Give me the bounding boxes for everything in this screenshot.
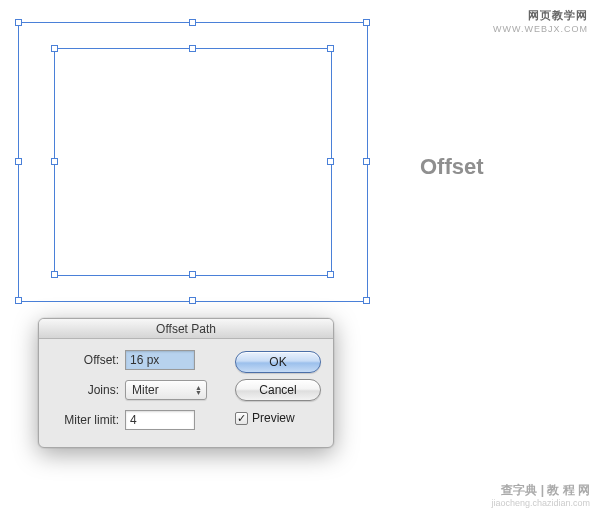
joins-select-value: Miter [132, 383, 159, 397]
inner-handle-sw[interactable] [51, 271, 58, 278]
offset-path-dialog: Offset Path Offset: Joins: Miter ▲▼ Mite… [38, 318, 334, 448]
handle-se[interactable] [363, 297, 370, 304]
dialog-fields: Offset: Joins: Miter ▲▼ Miter limit: [47, 349, 223, 439]
handle-n[interactable] [189, 19, 196, 26]
miter-field-label: Miter limit: [47, 413, 125, 427]
inner-handle-s[interactable] [189, 271, 196, 278]
offset-field-label: Offset: [47, 353, 125, 367]
watermark-br-title: 查字典 | 教 程 网 [491, 484, 590, 497]
inner-handle-se[interactable] [327, 271, 334, 278]
handle-s[interactable] [189, 297, 196, 304]
handle-ne[interactable] [363, 19, 370, 26]
inner-handle-w[interactable] [51, 158, 58, 165]
watermark-br-url: jiaocheng.chazidian.com [491, 497, 590, 510]
cancel-button[interactable]: Cancel [235, 379, 321, 401]
joins-select[interactable]: Miter ▲▼ [125, 380, 207, 400]
preview-checkbox[interactable]: ✓ [235, 412, 248, 425]
checkmark-icon: ✓ [237, 412, 246, 425]
row-miter: Miter limit: [47, 409, 223, 431]
inner-rect[interactable] [54, 48, 332, 276]
inner-handle-e[interactable] [327, 158, 334, 165]
preview-row: ✓ Preview [235, 411, 321, 425]
preview-label: Preview [252, 411, 295, 425]
watermark-tr-url: WWW.WEBJX.COM [493, 22, 588, 36]
canvas-area[interactable] [18, 22, 368, 302]
row-joins: Joins: Miter ▲▼ [47, 379, 223, 401]
inner-handle-nw[interactable] [51, 45, 58, 52]
watermark-bottom-right: 查字典 | 教 程 网 jiaocheng.chazidian.com [491, 484, 590, 510]
miter-field[interactable] [125, 410, 195, 430]
inner-handle-ne[interactable] [327, 45, 334, 52]
updown-arrows-icon: ▲▼ [195, 385, 202, 395]
ok-button[interactable]: OK [235, 351, 321, 373]
row-offset: Offset: [47, 349, 223, 371]
offset-field[interactable] [125, 350, 195, 370]
dialog-body: Offset: Joins: Miter ▲▼ Miter limit: OK … [39, 339, 333, 448]
joins-field-label: Joins: [47, 383, 125, 397]
handle-w[interactable] [15, 158, 22, 165]
watermark-top-right: 网页教学网 WWW.WEBJX.COM [493, 8, 588, 36]
dialog-buttons: OK Cancel ✓ Preview [235, 349, 321, 439]
handle-e[interactable] [363, 158, 370, 165]
dialog-title[interactable]: Offset Path [39, 319, 333, 339]
inner-handle-n[interactable] [189, 45, 196, 52]
handle-sw[interactable] [15, 297, 22, 304]
handle-nw[interactable] [15, 19, 22, 26]
offset-label: Offset [420, 154, 484, 180]
watermark-tr-title: 网页教学网 [493, 8, 588, 22]
